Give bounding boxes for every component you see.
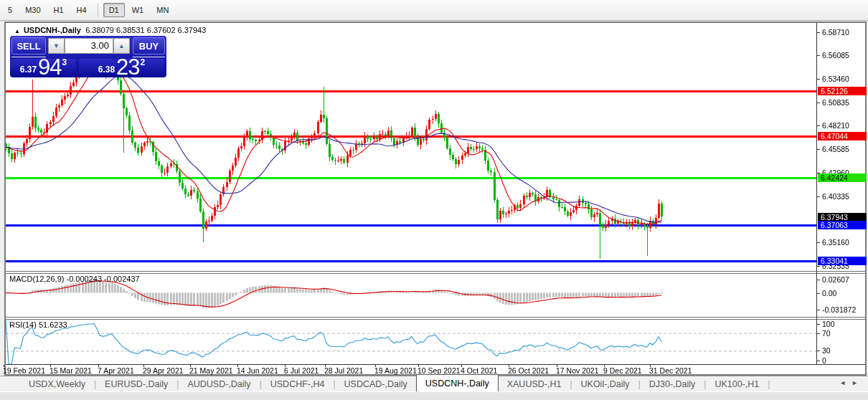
symbol-period-label: USDCNH-,Daily: [24, 26, 81, 34]
tab-ukoil-daily[interactable]: UKOil-,Daily: [572, 378, 638, 391]
collapse-panel-icon[interactable]: ▲: [14, 28, 20, 34]
time-tick-label: 9 Dec 2021: [603, 366, 642, 375]
timeframe-toolbar: 5M30H1H4D1W1MN: [0, 0, 868, 21]
price-level-badge: 6.42424: [818, 173, 867, 182]
macd-scale-label: 0.02607: [822, 275, 849, 284]
chart-tab-bar: USDX,Weekly|EURUSD-,Daily|AUDUSD-,Daily|…: [0, 376, 868, 391]
time-tick-label: 26 Oct 2021: [508, 366, 549, 375]
buy-price-prefix: 6.38: [98, 65, 115, 75]
sell-price-prefix: 6.37: [20, 65, 37, 75]
tab-eurusd-daily[interactable]: EURUSD-,Daily: [96, 378, 176, 391]
time-tick-label: 7 Apr 2021: [98, 366, 134, 375]
chart-title: ▲USDCNH-,Daily 6.38079 6.38531 6.37602 6…: [14, 26, 206, 34]
time-tick-label: 17 Nov 2021: [556, 366, 599, 375]
time-tick-label: 19 Feb 2021: [3, 366, 45, 375]
toolbar-separator: [98, 4, 98, 16]
sell-price-digits: 94: [38, 59, 61, 76]
rsi-scale-label: 0: [822, 356, 826, 365]
time-tick-label: 21 May 2021: [189, 366, 233, 375]
buy-price-superscript: 2: [141, 57, 146, 67]
macd-scale-label: -0.031872: [822, 305, 856, 314]
sell-button[interactable]: SELL: [11, 37, 46, 54]
buy-price-digits: 23: [116, 59, 139, 76]
tab-scroll-arrows: ◄►: [839, 379, 864, 386]
price-level-badge: 6.37063: [818, 221, 867, 229]
spin-up-icon: ▲: [118, 42, 125, 49]
time-tick-label: 15 Mar 2021: [49, 366, 92, 375]
tab-usdcnh-daily[interactable]: USDCNH-,Daily: [416, 374, 499, 393]
buy-button[interactable]: BUY: [133, 37, 165, 54]
rsi-scale-label: 100: [822, 320, 835, 328]
timeframe-button-5[interactable]: 5: [2, 3, 18, 17]
price-tick-label: 6.48210: [822, 121, 849, 130]
price-tick-label: 6.35160: [822, 238, 849, 247]
volume-decrement-button[interactable]: ▼: [48, 38, 65, 54]
time-tick-label: 6 Jul 2021: [284, 366, 319, 375]
tab-scroll-right-icon[interactable]: ►: [852, 379, 864, 386]
one-click-trading-panel: SELL ▼ 3.00 ▲ BUY 6.37943 6.38232: [10, 36, 166, 77]
time-tick-label: 31 Dec 2021: [649, 366, 692, 375]
timeframe-button-h1[interactable]: H1: [48, 3, 70, 17]
timeframe-button-m30[interactable]: M30: [19, 3, 46, 17]
time-tick-label: 29 Apr 2021: [143, 366, 184, 375]
time-tick-label: 14 Jun 2021: [237, 366, 278, 375]
tab-xauusd-h1[interactable]: XAUUSD-,H1: [499, 378, 570, 391]
price-tick-label: 6.45585: [822, 145, 849, 153]
price-tick-label: 6.53460: [822, 75, 849, 83]
buy-price-display[interactable]: 6.38232: [79, 59, 164, 76]
macd-indicator-label: MACD(12,26,9) -0.000243 -0.002437: [9, 275, 140, 283]
tab-audusd-daily[interactable]: AUDUSD-,Daily: [179, 378, 259, 391]
volume-input[interactable]: 3.00: [65, 38, 113, 54]
macd-scale-label: 0.00: [822, 289, 836, 297]
timeframe-button-d1[interactable]: D1: [103, 3, 125, 17]
sell-price-superscript: 3: [62, 57, 67, 67]
price-level-badge: 6.33041: [818, 257, 867, 265]
price-tick-label: 6.40335: [822, 192, 849, 201]
status-strip: [0, 391, 868, 400]
ohlc-values: 6.38079 6.38531 6.37602 6.37943: [85, 26, 206, 34]
timeframe-button-mn[interactable]: MN: [151, 3, 174, 17]
rsi-indicator-label: RSI(14) 51.6233: [9, 320, 67, 329]
rsi-scale-label: 70: [822, 329, 831, 338]
price-tick-label: 6.56085: [822, 51, 849, 59]
time-tick-label: 28 Jul 2021: [324, 366, 363, 375]
time-tick-label: 19 Aug 2021: [374, 366, 417, 375]
tab-usdchf-h4[interactable]: USDCHF-,H4: [262, 378, 334, 391]
trade-panel-top-row: SELL ▼ 3.00 ▲ BUY: [11, 37, 166, 55]
tab-usdcad-daily[interactable]: USDCAD-,Daily: [336, 378, 416, 391]
rsi-scale-label: 30: [822, 346, 831, 355]
volume-increment-button[interactable]: ▲: [113, 38, 130, 54]
timeframe-button-w1[interactable]: W1: [126, 3, 150, 17]
timeframe-button-h4[interactable]: H4: [71, 3, 93, 17]
sell-price-display[interactable]: 6.37943: [11, 59, 76, 76]
price-tick-label: 6.50835: [822, 98, 849, 107]
price-level-badge: 6.52126: [818, 87, 867, 95]
tab-uk100-h1[interactable]: UK100-,H1: [706, 378, 768, 391]
tab-usdx-weekly[interactable]: USDX,Weekly: [20, 378, 94, 391]
tab-divider: |: [768, 379, 770, 389]
price-level-badge: 6.47044: [818, 132, 867, 141]
tab-scroll-left-icon[interactable]: ◄: [839, 379, 852, 386]
tab-dj30-daily[interactable]: DJ30-,Daily: [641, 378, 704, 391]
price-tick-label: 6.58710: [822, 28, 849, 37]
spin-down-icon: ▼: [53, 42, 60, 49]
